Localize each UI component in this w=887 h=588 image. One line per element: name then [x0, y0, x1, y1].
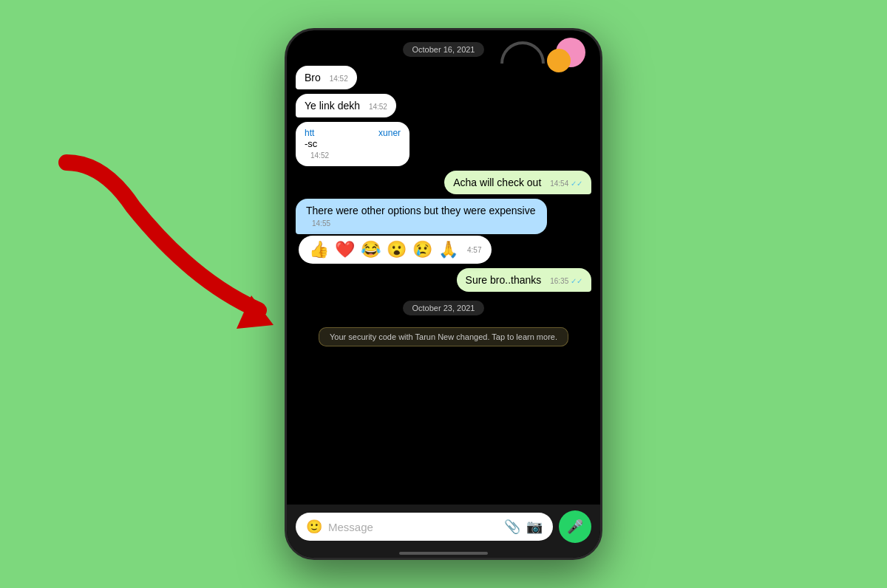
- swipe-bar: [399, 552, 488, 555]
- msg-time: 16:35 ✓✓: [550, 277, 582, 285]
- message-ye-link[interactable]: Ye link dekh 14:52: [296, 94, 396, 117]
- camera-icon[interactable]: 📷: [526, 519, 543, 535]
- emoji-thumbs-up[interactable]: 👍: [309, 240, 329, 259]
- emoji-cry[interactable]: 😢: [412, 240, 432, 259]
- phone-device: October 16, 2021 Bro 14:52 Ye link dekh …: [285, 28, 602, 560]
- emoji-heart[interactable]: ❤️: [335, 240, 355, 259]
- msg-time: 14:52: [330, 75, 348, 83]
- swipe-indicator: [287, 549, 600, 558]
- msg-text: There were other options but they were e…: [306, 205, 536, 216]
- message-highlighted[interactable]: There were other options but they were e…: [296, 199, 547, 234]
- message-bro[interactable]: Bro 14:52: [296, 66, 357, 89]
- input-bar: 🙂 Message 📎 📷 🎤: [287, 505, 600, 549]
- msg-time: 14:54 ✓✓: [550, 180, 582, 188]
- chat-area: October 16, 2021 Bro 14:52 Ye link dekh …: [287, 30, 600, 505]
- date-badge-1: October 16, 2021: [403, 42, 483, 57]
- reaction-bar[interactable]: 👍 ❤️ 😂 😮 😢 🙏 4:57: [299, 236, 492, 264]
- msg-time: 14:52: [369, 103, 387, 111]
- msg-time: 14:55: [312, 219, 330, 228]
- reaction-time: 4:57: [467, 246, 481, 254]
- link-sub: -sc: [305, 138, 401, 149]
- msg-ticks: ✓✓: [571, 180, 582, 188]
- message-input-field[interactable]: 🙂 Message 📎 📷: [296, 513, 553, 541]
- message-acha[interactable]: Acha will check out 14:54 ✓✓: [444, 171, 591, 194]
- security-notice[interactable]: Your security code with Tarun New change…: [319, 327, 568, 346]
- emoji-pray[interactable]: 🙏: [438, 240, 458, 259]
- link-url: htt xuner: [305, 128, 401, 138]
- message-sure-bro[interactable]: Sure bro..thanks 16:35 ✓✓: [457, 268, 591, 292]
- red-arrow: [44, 148, 296, 369]
- msg-text: Sure bro..thanks: [466, 274, 542, 286]
- message-input-placeholder[interactable]: Message: [328, 521, 498, 533]
- msg-text: Acha will check out: [453, 177, 541, 188]
- emoji-icon[interactable]: 🙂: [306, 519, 322, 535]
- msg-text: Bro: [305, 72, 321, 83]
- attachment-icon[interactable]: 📎: [504, 519, 520, 535]
- msg-text: Ye link dekh: [305, 100, 360, 112]
- date-badge-2: October 23, 2021: [403, 301, 483, 315]
- emoji-laugh[interactable]: 😂: [361, 240, 381, 259]
- msg-time: 14:52: [310, 151, 329, 160]
- mic-button[interactable]: 🎤: [559, 510, 591, 543]
- msg-ticks: ✓✓: [571, 277, 582, 285]
- emoji-wow[interactable]: 😮: [387, 240, 407, 259]
- message-link[interactable]: htt xuner -sc 14:52: [296, 122, 409, 166]
- phone-screen: October 16, 2021 Bro 14:52 Ye link dekh …: [287, 30, 600, 558]
